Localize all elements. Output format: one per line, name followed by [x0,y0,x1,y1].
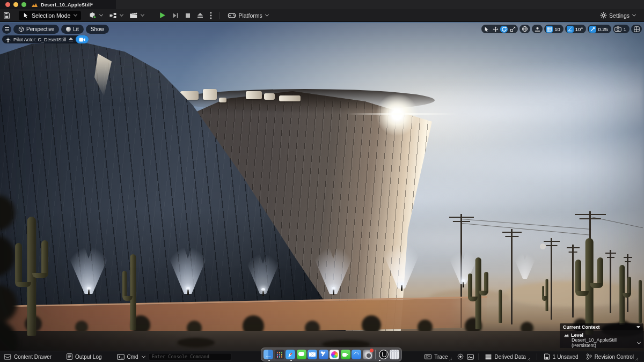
window-title: Desert_10_AppleStill* [41,2,93,8]
show-dropdown[interactable]: Show [86,25,109,34]
maximize-viewport-button[interactable] [631,25,642,33]
current-context-header[interactable]: Current Context [560,323,643,330]
rotate-tool-button[interactable] [500,26,508,33]
cinematics-button[interactable] [126,9,147,22]
move-tool-button[interactable] [492,26,499,33]
platforms-label: Platforms [238,12,262,19]
settings-dropdown[interactable]: Settings [597,9,639,22]
level-tab-icon [32,2,38,8]
view-mode-dropdown[interactable]: Lit [61,25,84,34]
output-log-label: Output Log [75,354,101,360]
step-forward-icon [172,12,179,19]
content-drawer-button[interactable]: Content Drawer [0,351,55,362]
screenshot-icon [467,354,474,360]
save-button[interactable] [0,9,13,22]
scale-snap-control[interactable]: 0.25 [588,25,611,33]
add-actor-button[interactable] [85,9,106,22]
scene-foreground-bush [177,338,215,348]
level-tab[interactable]: Desert_10_AppleStill* [0,0,116,9]
cmd-dropdown[interactable]: Cmd [113,351,149,362]
scene-saguaro-cactus [542,279,552,311]
scene-saguaro-cactus [468,257,488,329]
trace-button[interactable]: Trace [421,351,456,362]
chevron-down-icon [142,354,145,358]
revision-control-button[interactable]: Revision Control [582,351,642,362]
scale-tool-button[interactable] [509,26,516,33]
grid-snap-control[interactable]: 10 [544,25,564,33]
stop-button[interactable] [182,9,194,22]
derived-data-label: Derived Data [494,354,525,360]
stop-piloting-icon[interactable] [69,38,73,42]
level-icon [564,333,569,337]
dock-appstore-icon[interactable] [352,350,361,359]
dock-running-indicator [268,360,270,361]
camera-speed-control[interactable]: 1 [613,25,630,33]
scale-snap-value: 0.25 [597,26,610,32]
macos-zoom-button[interactable] [21,2,26,7]
camera-view-toggle[interactable] [76,35,89,43]
level-label: Level [571,333,583,338]
dock-safari-icon[interactable] [286,350,295,359]
dock-trash-icon[interactable] [390,350,399,359]
angle-snap-icon [567,26,574,33]
blueprints-button[interactable] [106,9,126,22]
dock-finder-icon[interactable] [264,350,273,359]
main-toolbar: Selection Mode Platforms [0,9,644,22]
play-icon [159,12,166,19]
derived-data-button[interactable]: Derived Data [481,351,533,362]
dock-messages-icon[interactable] [297,350,306,359]
dock-system-settings-icon[interactable] [363,350,372,359]
lit-sphere-icon [66,27,71,32]
scene-saguaro-cactus [495,290,506,323]
dock-facetime-icon[interactable] [341,350,350,359]
gear-icon [600,12,607,19]
lit-label: Lit [73,26,79,32]
macos-minimize-button[interactable] [13,2,18,7]
dock-mail-icon[interactable] [308,350,317,359]
coordinate-system-button[interactable] [519,25,530,33]
blueprint-nodes-icon [109,12,117,19]
skip-frame-button[interactable] [169,9,182,22]
globe-icon [521,26,529,33]
perspective-dropdown[interactable]: Perspective [13,25,59,34]
scene-rooftop-tank [203,89,217,100]
rotation-snap-control[interactable]: 10° [565,25,586,33]
dock-xcode-icon[interactable] [319,350,328,359]
macos-dock [261,348,402,361]
eject-icon [197,12,203,18]
dock-photos-icon[interactable] [330,350,339,359]
scene-uplight-fixture [463,281,464,287]
airplane-icon [5,37,11,42]
dock-launchpad-icon[interactable] [275,350,284,359]
selection-mode-dropdown[interactable]: Selection Mode [19,11,81,20]
surface-snapping-button[interactable] [532,25,543,33]
scene-utility-pole [610,250,611,313]
unsaved-button[interactable]: 1 Unsaved [540,351,582,362]
play-options-button[interactable] [207,9,215,22]
macos-close-button[interactable] [5,2,10,7]
select-tool-button[interactable] [483,26,491,33]
scene-scrub-bushes [0,319,2,321]
scene-uplight-fixture [333,289,334,295]
current-level-dropdown[interactable]: Desert_10_AppleStill (Persistent) [564,338,640,347]
unsaved-disk-icon [544,353,550,360]
insights-button[interactable] [456,351,465,362]
scene-saguaro-cactus [613,265,631,325]
play-button[interactable] [156,9,169,22]
scene-uplight-fixture [88,289,90,295]
console-command-input[interactable] [149,353,231,360]
screenshot-button[interactable] [465,351,475,362]
video-camera-icon [79,38,85,42]
chevron-down-icon [141,13,144,17]
scene-uplight-fixture [262,290,264,296]
viewport-options-button[interactable] [2,25,11,34]
platforms-dropdown[interactable]: Platforms [224,9,271,22]
viewport-3d[interactable]: Perspective Lit Show Pilot Actor: C_Dese… [0,22,644,351]
dock-unreal-engine-icon[interactable] [379,350,389,359]
grid-snap-value: 10 [554,26,562,32]
trace-icon [425,354,431,359]
viewport-toolbar-left: Perspective Lit Show [2,25,109,34]
output-log-button[interactable]: Output Log [63,351,105,362]
chevron-down-icon [632,13,636,17]
eject-button[interactable] [194,9,207,22]
